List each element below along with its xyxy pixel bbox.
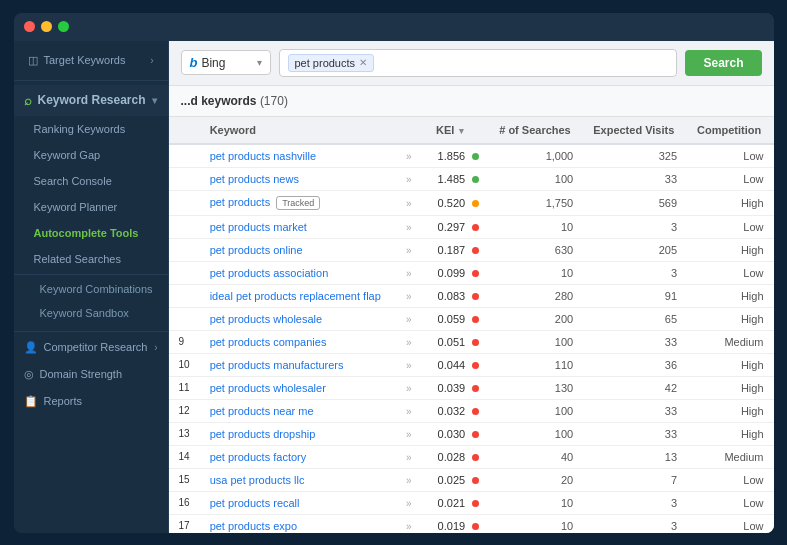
keyword-cell[interactable]: pet products wholesale (200, 307, 396, 330)
keyword-cell[interactable]: pet products recall (200, 491, 396, 514)
searches-cell: 100 (489, 422, 583, 445)
domain-strength-item[interactable]: ◎ Domain Strength (14, 361, 168, 388)
searches-cell: 1,750 (489, 190, 583, 215)
visits-cell: 65 (583, 307, 687, 330)
keyword-cell[interactable]: usa pet products llc (200, 468, 396, 491)
kei-dot (472, 339, 479, 346)
keyword-sandbox-item[interactable]: Keyword Sandbox (14, 301, 168, 325)
ranking-keywords-item[interactable]: Ranking Keywords (14, 116, 168, 142)
close-button[interactable] (24, 21, 35, 32)
engine-select[interactable]: b Bing ▾ (181, 50, 271, 75)
search-tag: pet products ✕ (288, 54, 375, 72)
searches-cell: 110 (489, 353, 583, 376)
arrows-cell: » (396, 399, 426, 422)
searches-cell: 100 (489, 167, 583, 190)
visits-cell: 3 (583, 514, 687, 532)
table-row: 10pet products manufacturers»0.044 11036… (169, 353, 774, 376)
row-number: 9 (169, 330, 200, 353)
keyword-cell[interactable]: pet products factory (200, 445, 396, 468)
keyword-cell[interactable]: pet products near me (200, 399, 396, 422)
competition-cell: High (687, 353, 773, 376)
kei-dot (472, 500, 479, 507)
arrows-cell: » (396, 261, 426, 284)
searches-cell: 10 (489, 514, 583, 532)
sidebar-divider-1 (14, 274, 168, 275)
kei-dot (472, 316, 479, 323)
keyword-cell[interactable]: pet products news (200, 167, 396, 190)
search-button[interactable]: Search (685, 50, 761, 76)
keyword-cell[interactable]: pet products market (200, 215, 396, 238)
kei-dot (472, 200, 479, 207)
keyword-cell[interactable]: pet products association (200, 261, 396, 284)
keyword-combinations-item[interactable]: Keyword Combinations (14, 277, 168, 301)
row-number: 13 (169, 422, 200, 445)
search-console-item[interactable]: Search Console (14, 168, 168, 194)
search-input[interactable] (380, 56, 668, 70)
kei-dot (472, 153, 479, 160)
arrows-cell: » (396, 330, 426, 353)
kei-dot (472, 270, 479, 277)
visits-cell: 325 (583, 144, 687, 168)
visits-cell: 569 (583, 190, 687, 215)
keyword-cell[interactable]: ideal pet products replacement flap (200, 284, 396, 307)
autocomplete-tools-item[interactable]: Autocomplete Tools (14, 220, 168, 246)
keyword-cell[interactable]: pet products online (200, 238, 396, 261)
competition-cell: Low (687, 144, 773, 168)
reports-item[interactable]: 📋 Reports (14, 388, 168, 415)
col-searches: # of Searches (489, 117, 583, 144)
keyword-research-header[interactable]: ⌕ Keyword Research ▾ (14, 85, 168, 116)
search-icon: ⌕ (24, 93, 32, 108)
row-number (169, 190, 200, 215)
keyword-cell[interactable]: pet productsTracked (200, 190, 396, 215)
keyword-cell[interactable]: pet products companies (200, 330, 396, 353)
col-keyword: Keyword (200, 117, 396, 144)
visits-cell: 3 (583, 261, 687, 284)
visits-cell: 7 (583, 468, 687, 491)
row-number: 15 (169, 468, 200, 491)
row-number: 14 (169, 445, 200, 468)
arrows-cell: » (396, 468, 426, 491)
col-kei[interactable]: KEI ▾ (426, 117, 489, 144)
maximize-button[interactable] (58, 21, 69, 32)
kei-cell: 0.059 (426, 307, 489, 330)
kei-cell: 0.021 (426, 491, 489, 514)
keyword-cell[interactable]: pet products dropship (200, 422, 396, 445)
keyword-gap-item[interactable]: Keyword Gap (14, 142, 168, 168)
searches-cell: 130 (489, 376, 583, 399)
minimize-button[interactable] (41, 21, 52, 32)
kei-dot (472, 293, 479, 300)
target-keywords-item[interactable]: ◫ Target Keywords › (24, 49, 158, 72)
keyword-planner-item[interactable]: Keyword Planner (14, 194, 168, 220)
row-number (169, 144, 200, 168)
search-tag-close[interactable]: ✕ (359, 57, 367, 68)
competition-cell: Low (687, 468, 773, 491)
titlebar (14, 13, 774, 41)
sidebar: ◫ Target Keywords › ⌕ Keyword Research ▾… (14, 41, 169, 533)
table-row: pet productsTracked»0.520 1,750569High (169, 190, 774, 215)
kei-cell: 0.187 (426, 238, 489, 261)
app-window: ◫ Target Keywords › ⌕ Keyword Research ▾… (14, 13, 774, 533)
target-keywords-label: Target Keywords (44, 54, 126, 66)
searches-cell: 10 (489, 491, 583, 514)
competitor-research-item[interactable]: 👤 Competitor Research › (14, 334, 168, 361)
keyword-cell[interactable]: pet products expo (200, 514, 396, 532)
table-row: pet products wholesale»0.059 20065High (169, 307, 774, 330)
row-number (169, 284, 200, 307)
visits-cell: 33 (583, 399, 687, 422)
kei-cell: 0.032 (426, 399, 489, 422)
keyword-research-section: ⌕ Keyword Research ▾ Ranking Keywords Ke… (14, 81, 168, 329)
kei-dot (472, 431, 479, 438)
kei-sort-icon: ▾ (459, 126, 464, 136)
row-number: 12 (169, 399, 200, 422)
searches-cell: 1,000 (489, 144, 583, 168)
keyword-cell[interactable]: pet products manufacturers (200, 353, 396, 376)
related-searches-item[interactable]: Related Searches (14, 246, 168, 272)
row-number (169, 307, 200, 330)
keyword-cell[interactable]: pet products nashville (200, 144, 396, 168)
kei-dot (472, 523, 479, 530)
kei-cell: 0.039 (426, 376, 489, 399)
kei-cell: 0.297 (426, 215, 489, 238)
visits-cell: 33 (583, 422, 687, 445)
keyword-cell[interactable]: pet products wholesaler (200, 376, 396, 399)
table-row: pet products news»1.485 10033Low (169, 167, 774, 190)
